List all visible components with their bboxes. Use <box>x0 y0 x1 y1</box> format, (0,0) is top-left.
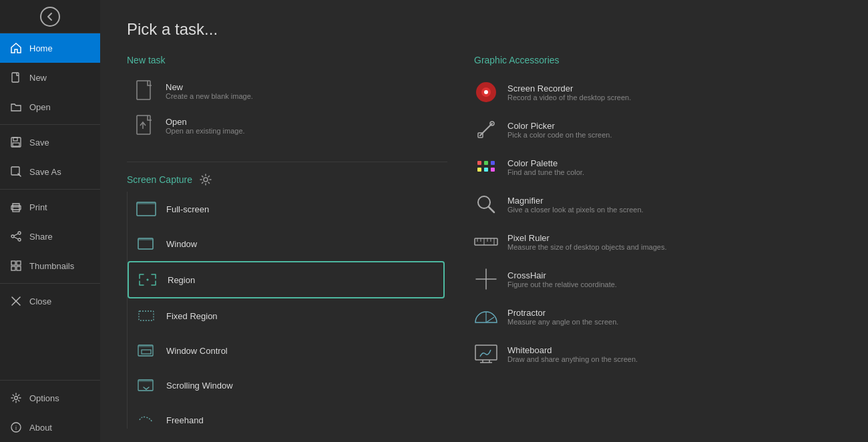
region-info: Region <box>168 275 195 285</box>
sidebar-item-save[interactable]: Save <box>0 128 100 157</box>
crosshair-desc: Figure out the relative coordinate. <box>507 280 617 288</box>
sidebar-divider-1 <box>0 124 100 125</box>
scrolling-window-icon <box>136 375 157 396</box>
svg-point-7 <box>18 232 21 234</box>
task-item-open[interactable]: Open Open an existing image. <box>127 108 447 143</box>
accessory-crosshair[interactable]: CrossHair Figure out the relative coordi… <box>474 260 841 298</box>
sidebar-divider-2 <box>0 189 100 190</box>
sidebar-item-new-label: New <box>29 73 47 83</box>
region-name: Region <box>168 275 195 285</box>
color-palette-info: Color Palette Find and tune the color. <box>507 158 584 176</box>
full-screen-name: Full-screen <box>166 204 209 214</box>
svg-line-63 <box>486 317 494 322</box>
svg-rect-13 <box>17 261 21 265</box>
magnifier-icon <box>474 192 498 216</box>
svg-point-8 <box>18 238 21 241</box>
svg-rect-14 <box>11 266 15 270</box>
new-task-info: New Create a new blank image. <box>166 82 253 100</box>
capture-section: Screen Capture <box>127 173 447 429</box>
svg-rect-28 <box>138 238 153 240</box>
sidebar-divider-3 <box>0 283 100 284</box>
capture-item-region[interactable]: Region <box>128 261 445 298</box>
sidebar-item-open[interactable]: Open <box>0 92 100 122</box>
sidebar-item-save-as[interactable]: Save As <box>0 157 100 186</box>
capture-item-full-screen[interactable]: Full-screen <box>128 192 445 226</box>
sidebar-item-options[interactable]: Options <box>0 383 100 413</box>
accessory-magnifier[interactable]: Magnifier Give a closer look at pixels o… <box>474 186 841 223</box>
svg-rect-3 <box>13 143 19 146</box>
window-info: Window <box>166 239 197 249</box>
scrolling-window-info: Scrolling Window <box>166 381 233 391</box>
svg-rect-12 <box>11 261 15 265</box>
svg-rect-49 <box>484 168 488 172</box>
accessory-color-picker[interactable]: Color Picker Pick a color code on the sc… <box>474 111 841 148</box>
svg-rect-34 <box>142 350 151 354</box>
region-icon <box>137 269 158 290</box>
svg-rect-47 <box>491 161 495 165</box>
open-task-desc: Open an existing image. <box>166 127 245 135</box>
right-panel: Graphic Accessories Screen Recorder Reco… <box>447 55 841 429</box>
sidebar-item-about[interactable]: i About <box>0 413 100 442</box>
sidebar-item-thumbnails-label: Thumbnails <box>29 261 74 271</box>
magnifier-info: Magnifier Give a closer look at pixels o… <box>507 196 644 214</box>
new-file-icon <box>11 72 23 83</box>
fixed-region-info: Fixed Region <box>166 311 218 321</box>
sidebar-item-share-label: Share <box>29 232 53 242</box>
svg-rect-46 <box>484 161 488 165</box>
sidebar-item-home[interactable]: Home <box>0 33 100 63</box>
capture-list: Full-screen <box>128 192 447 429</box>
color-picker-info: Color Picker Pick a color code on the sc… <box>507 121 612 139</box>
accessory-color-palette[interactable]: Color Palette Find and tune the color. <box>474 148 841 186</box>
screen-recorder-icon <box>474 80 498 104</box>
capture-item-window-control[interactable]: Window Control <box>128 333 445 368</box>
svg-point-24 <box>204 178 208 182</box>
back-button[interactable] <box>0 0 100 33</box>
back-icon <box>40 7 60 27</box>
sidebar-item-print[interactable]: Print <box>0 192 100 222</box>
sidebar-item-print-label: Print <box>29 202 47 212</box>
color-picker-desc: Pick a color code on the screen. <box>507 131 612 139</box>
pixel-ruler-info: Pixel Ruler Measure the size of desktop … <box>507 233 666 251</box>
save-as-icon <box>11 166 23 177</box>
sidebar-item-close[interactable]: Close <box>0 286 100 316</box>
accessory-pixel-ruler[interactable]: Pixel Ruler Measure the size of desktop … <box>474 223 841 260</box>
fixed-region-name: Fixed Region <box>166 311 218 321</box>
window-control-icon <box>136 340 157 361</box>
capture-item-scrolling-window[interactable]: Scrolling Window <box>128 368 445 403</box>
accessory-protractor[interactable]: Protractor Measure any angle on the scre… <box>474 298 841 335</box>
sidebar-item-options-label: Options <box>29 393 59 403</box>
sidebar-item-open-label: Open <box>29 102 51 112</box>
sidebar-item-save-label: Save <box>29 138 49 148</box>
svg-rect-21 <box>137 81 150 99</box>
capture-settings-gear[interactable] <box>199 173 212 186</box>
pixel-ruler-icon <box>474 230 498 254</box>
full-screen-icon <box>136 198 157 220</box>
sidebar-item-thumbnails[interactable]: Thumbnails <box>0 251 100 280</box>
whiteboard-name: Whiteboard <box>507 345 638 355</box>
sidebar-item-save-as-label: Save As <box>29 167 61 177</box>
capture-section-title: Screen Capture <box>127 174 192 185</box>
sidebar-item-new[interactable]: New <box>0 63 100 92</box>
capture-item-freehand[interactable]: Freehand <box>128 403 445 429</box>
capture-item-window[interactable]: Window <box>128 226 445 261</box>
capture-item-fixed-region[interactable]: Fixed Region <box>128 298 445 333</box>
crosshair-name: CrossHair <box>507 270 617 280</box>
svg-text:i: i <box>15 425 17 431</box>
new-task-section: New task New Create a new blank image. <box>127 55 447 143</box>
svg-point-18 <box>15 397 18 400</box>
task-item-new[interactable]: New Create a new blank image. <box>127 73 447 108</box>
svg-rect-0 <box>12 73 19 82</box>
new-task-desc: Create a new blank image. <box>166 92 253 100</box>
window-control-info: Window Control <box>166 346 228 356</box>
new-task-name: New <box>166 82 253 92</box>
accessory-screen-recorder[interactable]: Screen Recorder Record a video of the de… <box>474 73 841 111</box>
whiteboard-desc: Draw and share anything on the screen. <box>507 355 638 363</box>
crosshair-icon <box>474 267 498 291</box>
color-picker-icon <box>474 118 498 142</box>
sidebar-item-share[interactable]: Share <box>0 222 100 251</box>
svg-line-52 <box>489 207 494 212</box>
svg-rect-2 <box>13 138 17 141</box>
svg-rect-33 <box>138 345 153 347</box>
accessory-whiteboard[interactable]: Whiteboard Draw and share anything on th… <box>474 335 841 373</box>
svg-rect-45 <box>477 161 481 165</box>
